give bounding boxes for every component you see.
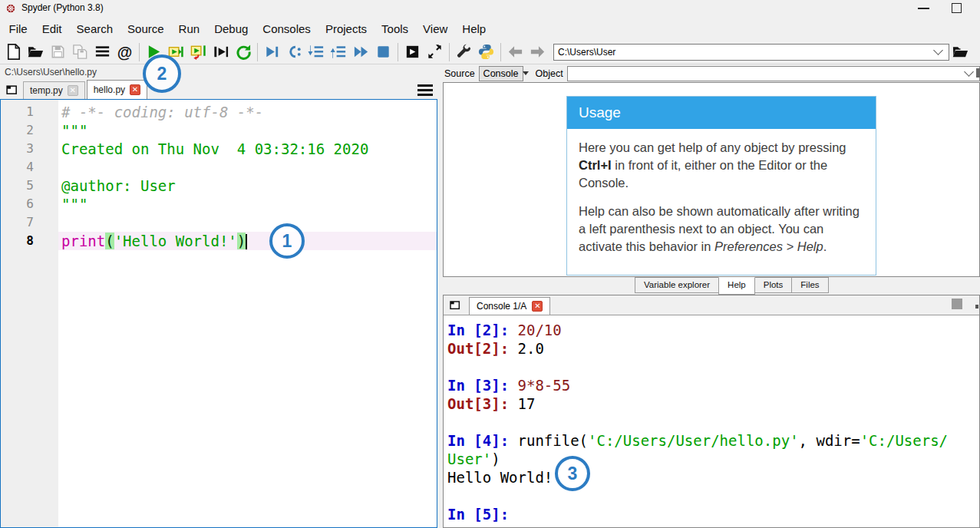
title-bar: Spyder (Python 3.8)	[0, 0, 980, 17]
menu-item-source[interactable]: Source	[120, 19, 172, 38]
rerun-icon	[234, 43, 252, 61]
python-logo-icon	[477, 43, 495, 61]
code-line: 2"""	[1, 121, 437, 140]
tab-hello-py[interactable]: hello.py ✕	[87, 80, 147, 99]
new-file-icon	[5, 43, 22, 61]
menu-item-view[interactable]: View	[416, 19, 455, 38]
rerun-cell-button[interactable]	[232, 41, 254, 63]
code-segment: runfile(	[518, 432, 589, 449]
editor-tab-bar: temp.py ✕ hello.py ✕	[0, 80, 437, 99]
code-segment: In [3]:	[447, 377, 518, 394]
interrupt-kernel-icon[interactable]	[952, 299, 962, 309]
console-line: In [4]: runfile('C:/Users/User/hello.py'…	[447, 431, 979, 450]
console-options-icon[interactable]	[975, 305, 978, 309]
forward-button[interactable]	[526, 41, 549, 63]
symbol-finder-button[interactable]: @	[114, 41, 136, 63]
toolbar-separator	[449, 43, 450, 61]
browse-tabs-button[interactable]	[2, 81, 21, 98]
line-number: 5	[1, 177, 58, 195]
lock-icon[interactable]	[976, 68, 980, 78]
console-line: User')	[447, 450, 979, 468]
code-text	[58, 213, 437, 232]
browse-folder-icon	[952, 43, 969, 61]
line-number: 3	[1, 140, 58, 158]
stop-debugging-button[interactable]	[372, 41, 394, 63]
tab-help[interactable]: Help	[718, 277, 755, 295]
close-tab-icon[interactable]: ✕	[68, 85, 78, 96]
save-button[interactable]	[47, 41, 69, 63]
code-text: """	[58, 195, 437, 213]
code-segment: Out[3]:	[447, 395, 518, 412]
tab-label: Console 1/A	[477, 301, 526, 312]
step-into-button[interactable]	[305, 41, 328, 63]
breadcrumb: C:\Users\User\hello.py	[0, 64, 437, 80]
code-segment: 'C:/Users/User/hello.py'	[588, 432, 799, 449]
maximize-pane-icon	[426, 43, 444, 61]
code-segment: )	[237, 233, 246, 249]
toolbar-separator	[257, 43, 258, 61]
text-part: Preferences > Help	[714, 239, 823, 253]
console-line	[447, 413, 979, 431]
working-directory-combo[interactable]: C:\Users\User	[553, 44, 949, 61]
tab-variable-explorer[interactable]: Variable explorer	[635, 277, 719, 293]
editor-options-menu-icon[interactable]	[417, 84, 433, 96]
back-button[interactable]	[504, 41, 526, 63]
menu-item-file[interactable]: File	[2, 19, 35, 38]
line-number: 4	[1, 158, 58, 177]
code-segment: 17	[518, 395, 536, 412]
preferences-button[interactable]	[453, 41, 475, 63]
new-file-button[interactable]	[2, 41, 25, 63]
code-segment: @author: User	[61, 177, 176, 194]
line-number: 8	[1, 232, 58, 250]
object-combo[interactable]	[567, 66, 980, 81]
close-tab-icon[interactable]: ✕	[130, 84, 140, 95]
continue-execution-button[interactable]	[350, 41, 372, 63]
console-line	[447, 358, 979, 376]
console-output[interactable]: In [2]: 20/10Out[2]: 2.0In [3]: 9*8-55Ou…	[444, 315, 979, 523]
python-path-manager-button[interactable]	[475, 41, 497, 63]
toolbar-separator	[398, 43, 398, 61]
code-segment: 'Hello World!'	[114, 233, 237, 249]
file-switcher-button[interactable]	[91, 41, 114, 63]
tab-temp-py[interactable]: temp.py ✕	[23, 81, 85, 99]
usage-paragraph: Help can also be shown automatically aft…	[579, 203, 864, 256]
menu-item-projects[interactable]: Projects	[318, 19, 374, 38]
run-selection-button[interactable]	[210, 41, 232, 63]
menu-item-tools[interactable]: Tools	[375, 19, 416, 38]
tab-files[interactable]: Files	[791, 277, 828, 293]
close-tab-icon[interactable]: ✕	[532, 301, 543, 312]
browse-working-directory-button[interactable]	[949, 41, 972, 63]
menu-item-help[interactable]: Help	[455, 19, 493, 38]
tab-console-1a[interactable]: Console 1/A ✕	[469, 297, 550, 315]
line-number: 7	[1, 213, 58, 232]
maximize-pane-button[interactable]	[424, 41, 446, 63]
code-line: 5@author: User	[1, 177, 437, 195]
panes-button[interactable]	[401, 41, 424, 63]
tab-label: hello.py	[94, 84, 125, 95]
forward-arrow-icon	[529, 43, 546, 61]
maximize-button[interactable]	[952, 3, 962, 13]
source-select[interactable]: Console	[479, 66, 523, 81]
chevron-down-icon	[933, 45, 943, 55]
open-file-button[interactable]	[25, 41, 47, 63]
step-over-button[interactable]	[283, 41, 305, 63]
menu-item-search[interactable]: Search	[69, 19, 120, 38]
browse-tabs-button[interactable]	[446, 297, 464, 314]
list-icon	[94, 43, 111, 61]
console-line	[447, 487, 979, 505]
editor-code[interactable]: 1# -*- coding: utf-8 -*-2"""3Created on …	[0, 99, 437, 528]
minimize-button[interactable]	[918, 8, 929, 9]
menu-item-edit[interactable]: Edit	[35, 19, 69, 38]
step-return-button[interactable]	[328, 41, 350, 63]
panes-icon	[404, 43, 421, 61]
tab-plots[interactable]: Plots	[754, 277, 793, 293]
save-all-button[interactable]	[69, 41, 91, 63]
debug-file-button[interactable]	[261, 41, 283, 63]
run-cell-advance-button[interactable]	[187, 41, 210, 63]
menu-item-run[interactable]: Run	[171, 19, 207, 38]
menu-item-consoles[interactable]: Consoles	[256, 19, 318, 38]
menu-item-debug[interactable]: Debug	[207, 19, 256, 38]
menu-bar: FileEditSearchSourceRunDebugConsolesProj…	[0, 17, 980, 40]
console-line: In [2]: 20/10	[447, 321, 979, 339]
right-pane: Source Console Object Usage Here you can…	[443, 64, 980, 528]
